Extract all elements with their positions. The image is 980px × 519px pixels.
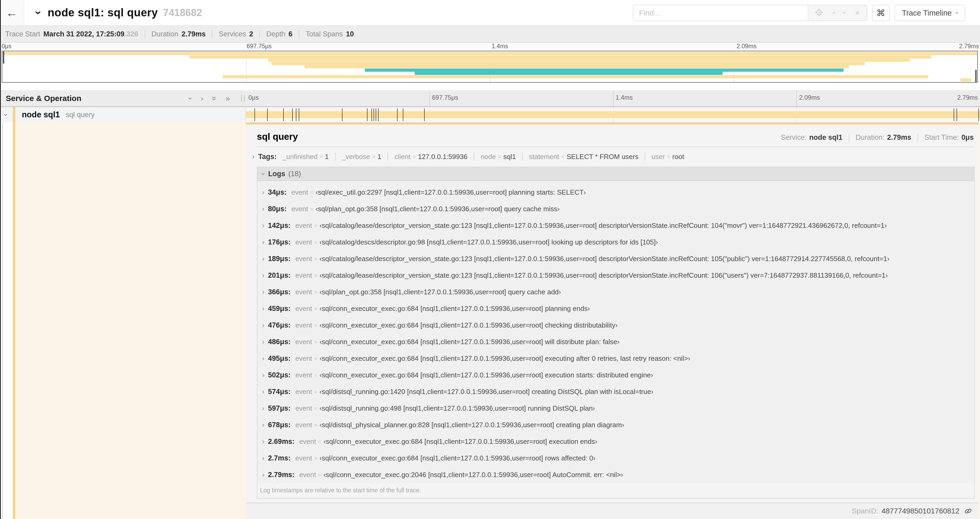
log-row[interactable]: ›495μs:event=‹sql/conn_executor_exec.go:… [260, 350, 974, 367]
log-equals: = [314, 372, 317, 378]
span-duration-bar[interactable] [246, 111, 980, 118]
tag-equals: = [561, 153, 564, 160]
logs-header[interactable]: › Logs (18) [258, 167, 974, 181]
log-chevron-icon[interactable]: › [262, 222, 264, 230]
log-field-key: event [295, 255, 312, 263]
log-chevron-icon[interactable]: › [262, 305, 264, 313]
ruler-time-label: 2.79ms [957, 94, 980, 101]
log-chevron-icon[interactable]: › [262, 205, 264, 213]
log-row[interactable]: ›189μs:event=‹sql/catalog/lease/descript… [260, 251, 974, 267]
log-chevron-icon[interactable]: › [262, 288, 264, 296]
log-chevron-icon[interactable]: › [262, 238, 264, 246]
log-row[interactable]: ›142μs:event=‹sql/catalog/lease/descript… [260, 217, 974, 234]
collapse-one-icon[interactable]: › [186, 97, 194, 100]
log-field-value: ‹sql/conn_executor_exec.go:684 [nsql1,cl… [320, 355, 690, 363]
detail-divider [257, 147, 974, 147]
log-field-value: ‹sql/catalog/lease/descriptor_version_st… [320, 255, 889, 263]
minimap-span-rows [2, 52, 977, 81]
log-row[interactable]: ›201μs:event=‹sql/catalog/lease/descript… [260, 267, 974, 284]
back-arrow-icon: ← [6, 6, 18, 20]
span-collapse-chevron-icon[interactable]: › [2, 114, 10, 116]
ruler-gridline [796, 90, 797, 106]
log-chevron-icon[interactable]: › [262, 355, 264, 363]
minimap-canvas[interactable] [2, 51, 978, 83]
back-button[interactable]: ← [0, 0, 24, 25]
log-row[interactable]: ›476μs:event=‹sql/conn_executor_exec.go:… [260, 317, 974, 334]
expand-all-icon[interactable]: » [226, 94, 230, 102]
command-icon: ⌘ [877, 8, 885, 18]
log-equals: = [314, 455, 317, 462]
log-row[interactable]: ›2.79ms:event=‹sql/conn_executor_exec.go… [260, 466, 974, 483]
shortcuts-button[interactable]: ⌘ [872, 5, 890, 21]
log-field-key: event [295, 305, 312, 313]
minimap-right-scrubber[interactable] [975, 70, 977, 82]
log-chevron-icon[interactable]: › [262, 388, 264, 396]
view-selector-button[interactable]: Trace Timeline › [895, 5, 965, 21]
minimap-time-label: 1.4ms [490, 43, 508, 50]
minimap-span-row [2, 52, 977, 55]
log-event-tick [267, 109, 268, 121]
log-equals: = [310, 206, 313, 212]
span-row-name-cell[interactable]: › node sql1 sql query [0, 107, 246, 122]
log-row[interactable]: ›678μs:event=‹sql/distsql_physical_plann… [260, 417, 974, 433]
view-selector-label: Trace Timeline [902, 9, 952, 18]
log-row[interactable]: ›2.69ms:event=‹sql/conn_executor_exec.go… [260, 433, 974, 450]
tag-key: _unfinished [282, 153, 317, 161]
log-row[interactable]: ›597μs:event=‹sql/distsql_running.go:498… [260, 400, 974, 417]
log-chevron-icon[interactable]: › [262, 371, 264, 379]
log-event-tick [283, 109, 284, 121]
log-chevron-icon[interactable]: › [262, 438, 264, 446]
collapse-all-icon[interactable]: » [210, 96, 218, 101]
summary-label: Duration [151, 30, 178, 38]
minimap-span-bar [269, 59, 910, 62]
log-row[interactable]: ›2.7ms:event=‹sql/conn_executor_exec.go:… [260, 450, 974, 466]
log-field-value: ‹sql/conn_executor_exec.go:684 [nsql1,cl… [320, 338, 620, 346]
header-controls: › › × ⌘ Trace Timeline › [633, 5, 965, 21]
log-chevron-icon[interactable]: › [262, 471, 264, 479]
span-row: › node sql1 sql query [0, 107, 980, 122]
tag-equals: = [412, 153, 416, 160]
log-chevron-icon[interactable]: › [262, 271, 264, 279]
log-row[interactable]: ›574μs:event=‹sql/distsql_running.go:142… [260, 383, 974, 400]
tag-key: client [395, 153, 410, 161]
minimap-time-label: 0μs [0, 43, 11, 50]
column-resizer-handle[interactable] [241, 95, 245, 102]
focus-target-icon[interactable] [815, 8, 823, 18]
log-field-key: event [295, 222, 312, 230]
log-chevron-icon[interactable]: › [262, 255, 264, 263]
detail-footer: SpanID: 4877749850101760812 [246, 503, 978, 519]
tags-accordion[interactable]: › Tags: _unfinished=1_verbose=1client=12… [252, 151, 974, 163]
log-chevron-icon[interactable]: › [262, 404, 264, 412]
find-clear-icon[interactable]: × [855, 9, 860, 17]
log-chevron-icon[interactable]: › [262, 338, 264, 346]
log-timestamp: 80μs: [268, 205, 286, 213]
log-row[interactable]: ›459μs:event=‹sql/conn_executor_exec.go:… [260, 300, 974, 317]
log-chevron-icon[interactable]: › [262, 454, 264, 462]
trace-collapse-chevron-icon[interactable]: › [32, 11, 45, 15]
find-input[interactable] [633, 5, 808, 21]
deep-link-icon[interactable] [964, 506, 973, 516]
log-row[interactable]: ›34μs:event=‹sql/exec_util.go:2297 [nsql… [260, 184, 974, 201]
detail-color-accent [13, 122, 15, 519]
log-chevron-icon[interactable]: › [262, 421, 264, 429]
find-prev-icon[interactable]: › [829, 11, 837, 14]
log-row[interactable]: ›366μs:event=‹sql/plan_opt.go:358 [nsql1… [260, 284, 974, 300]
log-row[interactable]: ›176μs:event=‹sql/catalog/descs/descript… [260, 234, 974, 251]
find-next-icon[interactable]: › [841, 11, 849, 14]
log-row[interactable]: ›502μs:event=‹sql/conn_executor_exec.go:… [260, 367, 974, 383]
minimap-left-scrubber[interactable] [3, 51, 4, 64]
log-field-key: event [295, 238, 312, 246]
tags-chevron-icon[interactable]: › [252, 153, 255, 161]
log-chevron-icon[interactable]: › [262, 188, 264, 196]
log-row[interactable]: ›80μs:event=‹sql/plan_opt.go:358 [nsql1,… [260, 201, 974, 217]
log-field-value: ‹sql/exec_util.go:2297 [nsql1,client=127… [316, 188, 586, 196]
window-edge [0, 0, 1, 519]
minimap-span-row [2, 72, 977, 75]
log-timestamp: 597μs: [268, 404, 291, 412]
log-chevron-icon[interactable]: › [262, 321, 264, 329]
expand-one-icon[interactable]: › [201, 94, 204, 102]
trace-title: node sql1: sql query [48, 6, 158, 19]
log-row[interactable]: ›486μs:event=‹sql/conn_executor_exec.go:… [260, 334, 974, 350]
span-bar-cell[interactable] [246, 107, 980, 122]
log-field-value: ‹sql/conn_executor_exec.go:684 [nsql1,cl… [320, 305, 590, 313]
